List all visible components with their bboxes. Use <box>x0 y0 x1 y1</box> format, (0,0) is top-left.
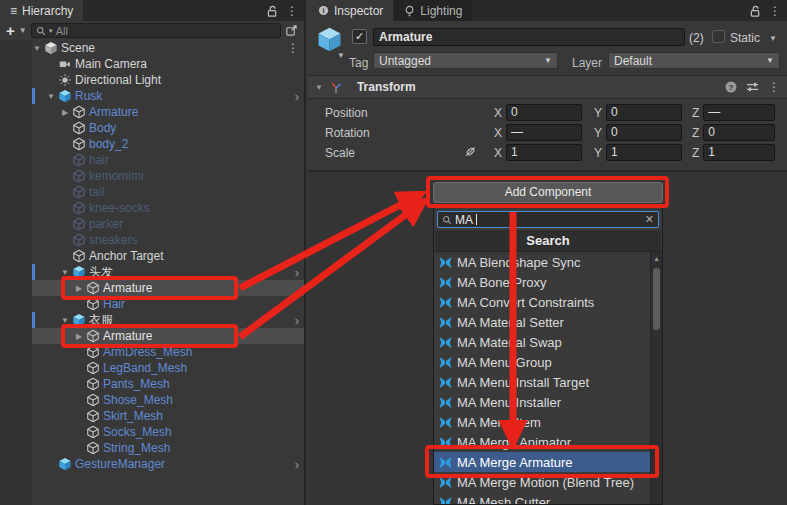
component-list-item[interactable]: MA Menu Group <box>434 352 650 372</box>
cube-outline-icon <box>86 441 100 455</box>
component-menu-icon[interactable]: ⋮ <box>768 81 780 93</box>
hierarchy-row[interactable]: hair › ⋮ <box>0 152 304 168</box>
hierarchy-row[interactable]: Body › ⋮ <box>0 120 304 136</box>
component-list-item[interactable]: MA Merge Armature <box>434 452 650 472</box>
static-checkbox[interactable] <box>712 30 725 43</box>
panel-menu-icon[interactable]: ⋮ <box>769 5 781 17</box>
tab-lighting[interactable]: Lighting <box>394 0 472 21</box>
expander-icon[interactable]: ▼ <box>44 92 58 101</box>
component-list-item[interactable]: MA Blendshape Sync <box>434 252 650 272</box>
cube-outline-icon <box>86 393 100 407</box>
foldout-icon[interactable]: ▼ <box>315 83 323 92</box>
tag-dropdown[interactable]: Untagged ▼ <box>373 52 558 69</box>
gameobject-cube-icon[interactable] <box>316 26 343 53</box>
prefab-open-chevron-icon[interactable]: › <box>295 90 299 103</box>
component-name: MA Merge Animator <box>457 435 571 450</box>
clear-search-icon[interactable]: ✕ <box>645 213 654 226</box>
component-name: MA Merge Armature <box>457 455 573 470</box>
expander-icon[interactable]: ▶ <box>58 108 72 117</box>
hierarchy-item-label: tail <box>89 185 104 199</box>
add-component-button[interactable]: Add Component <box>433 182 663 203</box>
scrollbar[interactable]: ▲ <box>650 252 662 504</box>
hierarchy-row[interactable]: ▶ Armature › ⋮ <box>0 328 304 344</box>
hierarchy-row[interactable]: Anchor Target › ⋮ <box>0 248 304 264</box>
expander-icon[interactable]: ▶ <box>72 284 86 293</box>
rotation-z-field[interactable]: 0 <box>703 124 775 141</box>
hierarchy-row[interactable]: Socks_Mesh › ⋮ <box>0 424 304 440</box>
hierarchy-row[interactable]: parker › ⋮ <box>0 216 304 232</box>
gameobject-name-field[interactable]: Armature <box>373 28 685 46</box>
hierarchy-row[interactable]: Directional Light › ⋮ <box>0 72 304 88</box>
hierarchy-row[interactable]: LegBand_Mesh › ⋮ <box>0 360 304 376</box>
hierarchy-row[interactable]: body_2 › ⋮ <box>0 136 304 152</box>
active-checkbox[interactable]: ✓ <box>352 29 367 44</box>
create-caret-icon[interactable]: ▼ <box>19 26 27 35</box>
position-y-field[interactable]: 0 <box>606 104 682 121</box>
static-caret-icon[interactable]: ▼ <box>769 34 777 43</box>
panel-menu-icon[interactable]: ⋮ <box>286 5 298 17</box>
row-menu-icon[interactable]: ⋮ <box>287 42 299 54</box>
hierarchy-row[interactable]: ▼ Rusk › ⋮ <box>0 88 304 104</box>
hierarchy-row[interactable]: ▼ 头发 › ⋮ <box>0 264 304 280</box>
component-list-item[interactable]: MA Convert Constraints <box>434 292 650 312</box>
scale-x-field[interactable]: 1 <box>506 144 582 161</box>
transform-header[interactable]: ▼ Transform ? ⋮ <box>308 76 787 99</box>
tab-hierarchy[interactable]: ≡ Hierarchy <box>0 0 83 21</box>
prefab-open-chevron-icon[interactable]: › <box>295 266 299 279</box>
cube-outline-icon <box>86 297 100 311</box>
expander-icon[interactable]: ▼ <box>58 316 72 325</box>
position-x-field[interactable]: 0 <box>506 104 582 121</box>
tab-inspector[interactable]: i Inspector <box>308 0 393 21</box>
search-filter-caret-icon[interactable]: ▼ <box>48 28 54 34</box>
hierarchy-row[interactable]: ▼ 衣服 › ⋮ <box>0 312 304 328</box>
expander-icon[interactable]: ▶ <box>72 332 86 341</box>
hierarchy-row[interactable]: Hair › ⋮ <box>0 296 304 312</box>
hierarchy-row[interactable]: Pants_Mesh › ⋮ <box>0 376 304 392</box>
component-list-item[interactable]: MA Menu Item <box>434 412 650 432</box>
hierarchy-row[interactable]: ▶ Armature › ⋮ <box>0 104 304 120</box>
modified-indicator <box>32 88 35 104</box>
hierarchy-row[interactable]: Main Camera › ⋮ <box>0 56 304 72</box>
component-list-item[interactable]: MA Mesh Cutter <box>434 492 650 504</box>
scale-y-field[interactable]: 1 <box>606 144 682 161</box>
link-broken-icon[interactable] <box>464 145 477 158</box>
layer-dropdown[interactable]: Default ▼ <box>608 52 780 69</box>
hierarchy-row[interactable]: tail › ⋮ <box>0 184 304 200</box>
hierarchy-row[interactable]: GestureManager › ⋮ <box>0 456 304 472</box>
pick-window-icon[interactable] <box>285 24 298 37</box>
hierarchy-row[interactable]: String_Mesh › ⋮ <box>0 440 304 456</box>
help-icon[interactable]: ? <box>725 81 737 93</box>
component-list-item[interactable]: MA Menu Install Target <box>434 372 650 392</box>
hierarchy-row[interactable]: knee-socks › ⋮ <box>0 200 304 216</box>
hierarchy-search-input[interactable]: ▼ All <box>31 23 281 38</box>
lock-icon[interactable] <box>267 5 278 17</box>
component-list-item[interactable]: MA Merge Motion (Blend Tree) <box>434 472 650 492</box>
create-button[interactable]: + <box>6 23 15 38</box>
hierarchy-row[interactable]: sneakers › ⋮ <box>0 232 304 248</box>
hierarchy-row[interactable]: ▶ Armature › ⋮ <box>0 280 304 296</box>
component-list-item[interactable]: MA Menu Installer <box>434 392 650 412</box>
component-list-item[interactable]: MA Material Swap <box>434 332 650 352</box>
component-list-item[interactable]: MA Merge Animator <box>434 432 650 452</box>
scrollbar-thumb[interactable] <box>653 268 660 330</box>
prefab-open-chevron-icon[interactable]: › <box>295 314 299 327</box>
hierarchy-row[interactable]: ▼ Scene › ⋮ <box>0 40 304 56</box>
presets-icon[interactable] <box>746 81 759 93</box>
rotation-x-field[interactable]: — <box>506 124 582 141</box>
component-list-item[interactable]: MA Bone Proxy <box>434 272 650 292</box>
component-search-input[interactable]: MA ✕ <box>437 211 659 228</box>
scroll-up-icon[interactable]: ▲ <box>651 252 662 262</box>
lock-icon[interactable] <box>750 5 761 17</box>
scale-z-field[interactable]: 1 <box>703 144 775 161</box>
rotation-y-field[interactable]: 0 <box>606 124 682 141</box>
expander-icon[interactable]: ▼ <box>30 44 44 53</box>
hierarchy-row[interactable]: ArmDress_Mesh › ⋮ <box>0 344 304 360</box>
expander-icon[interactable]: ▼ <box>58 268 72 277</box>
prefab-open-chevron-icon[interactable]: › <box>295 458 299 471</box>
position-z-field[interactable]: — <box>703 104 775 121</box>
hierarchy-row[interactable]: Shose_Mesh › ⋮ <box>0 392 304 408</box>
hierarchy-row[interactable]: kemomimi › ⋮ <box>0 168 304 184</box>
component-list-item[interactable]: MA Material Setter <box>434 312 650 332</box>
icon-picker-caret-icon[interactable]: ▼ <box>337 51 345 60</box>
hierarchy-row[interactable]: Skirt_Mesh › ⋮ <box>0 408 304 424</box>
